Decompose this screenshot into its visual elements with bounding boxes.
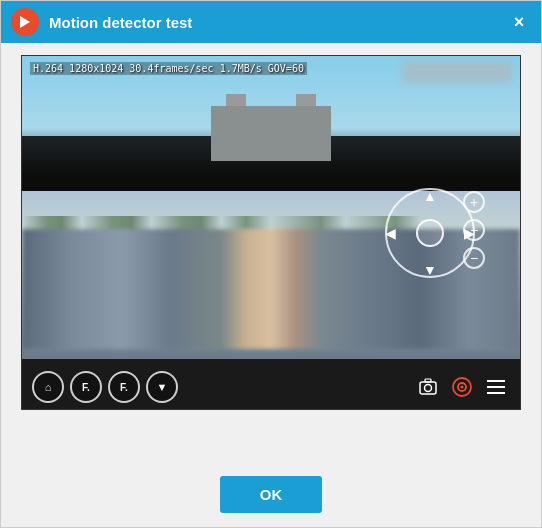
zoom-plus-button[interactable]: + <box>463 191 485 213</box>
preset-buttons: ⌂ F. F. ▼ <box>32 371 178 403</box>
svg-marker-0 <box>20 16 30 28</box>
svg-rect-9 <box>487 392 505 394</box>
focus-near-button[interactable]: F. <box>70 371 102 403</box>
svg-rect-8 <box>487 386 505 388</box>
home-preset-button[interactable]: ⌂ <box>32 371 64 403</box>
zoom-minus2-button[interactable]: − <box>463 247 485 269</box>
content-area: H.264 1280x1024 30.4frames/sec 1.7MB/s G… <box>1 43 541 462</box>
right-icons <box>414 373 510 401</box>
dialog-title: Motion detector test <box>49 14 507 31</box>
motion-detect-button[interactable] <box>448 373 476 401</box>
motion-icon <box>451 376 473 398</box>
dialog: Motion detector test × H.264 1280x1024 3… <box>0 0 542 528</box>
menu-icon <box>487 380 505 394</box>
hud-info: H.264 1280x1024 30.4frames/sec 1.7MB/s G… <box>30 62 307 75</box>
ptz-ring: ▲ ▼ ◀ ▶ <box>385 188 475 278</box>
camera-icon <box>418 378 438 396</box>
video-feed: H.264 1280x1024 30.4frames/sec 1.7MB/s G… <box>21 55 521 410</box>
ptz-controls: ▲ ▼ ◀ ▶ + − − <box>380 183 480 283</box>
ok-button[interactable]: OK <box>220 476 323 513</box>
snapshot-button[interactable] <box>414 373 442 401</box>
top-right-overlay <box>402 61 512 83</box>
focus-far-button[interactable]: F. <box>108 371 140 403</box>
svg-rect-3 <box>425 379 431 382</box>
ptz-left-button[interactable]: ◀ <box>385 225 396 241</box>
ptz-down-button[interactable]: ▼ <box>423 262 437 278</box>
ptz-center[interactable] <box>416 219 444 247</box>
close-button[interactable]: × <box>507 10 531 34</box>
svg-point-6 <box>461 386 464 389</box>
play-icon <box>17 14 33 30</box>
menu-button[interactable] <box>482 373 510 401</box>
bottom-toolbar: ⌂ F. F. ▼ <box>22 371 520 403</box>
building <box>211 106 331 161</box>
svg-rect-7 <box>487 380 505 382</box>
svg-point-2 <box>425 385 432 392</box>
preset-dropdown-button[interactable]: ▼ <box>146 371 178 403</box>
zoom-minus1-button[interactable]: − <box>463 219 485 241</box>
action-bar: OK <box>1 462 541 527</box>
app-icon <box>11 8 39 36</box>
title-bar: Motion detector test × <box>1 1 541 43</box>
ptz-up-button[interactable]: ▲ <box>423 188 437 204</box>
